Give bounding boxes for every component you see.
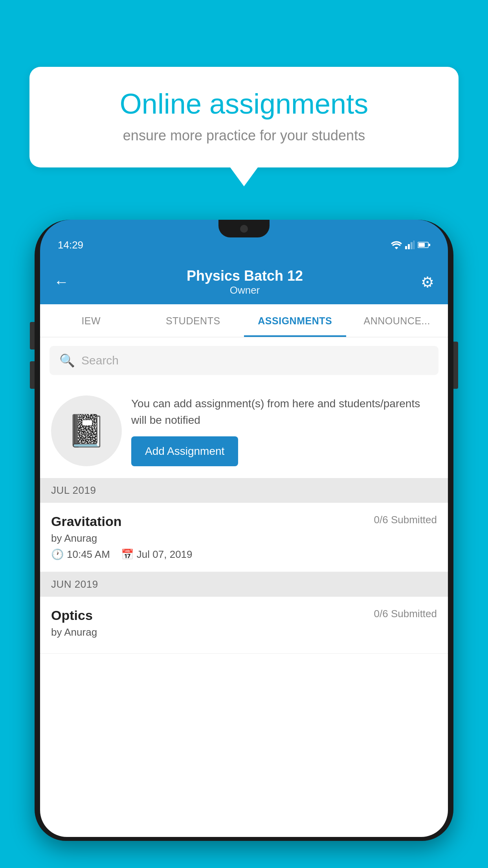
- battery-icon: [418, 241, 430, 248]
- assignment-meta: 🕐 10:45 AM 📅 Jul 07, 2019: [51, 548, 437, 561]
- power-button: [453, 342, 458, 389]
- tab-assignments[interactable]: ASSIGNMENTS: [244, 304, 346, 337]
- assignment-by: by Anurag: [51, 532, 437, 544]
- assignment-submitted-optics: 0/6 Submitted: [374, 608, 437, 620]
- svg-rect-0: [405, 246, 407, 249]
- clock-icon: 🕐: [51, 548, 64, 561]
- search-icon: 🔍: [59, 353, 75, 368]
- status-time: 14:29: [58, 236, 83, 251]
- tab-students[interactable]: STUDENTS: [142, 304, 244, 337]
- assignment-by-optics: by Anurag: [51, 626, 437, 638]
- speech-bubble-title: Online assignments: [53, 88, 435, 120]
- tabs-container: IEW STUDENTS ASSIGNMENTS ANNOUNCE...: [40, 304, 448, 337]
- volume-down-button: [30, 361, 35, 389]
- settings-icon[interactable]: ⚙: [421, 274, 434, 291]
- assignment-row-top-optics: Optics 0/6 Submitted: [51, 608, 437, 623]
- search-bar[interactable]: 🔍 Search: [50, 346, 438, 375]
- batch-role: Owner: [187, 284, 303, 296]
- assignment-item-gravitation[interactable]: Gravitation 0/6 Submitted by Anurag 🕐 10…: [40, 503, 448, 572]
- assignment-date: Jul 07, 2019: [137, 548, 193, 561]
- section-header-jul: JUL 2019: [40, 478, 448, 503]
- section-header-jun: JUN 2019: [40, 572, 448, 597]
- app-header: ← Physics Batch 12 Owner ⚙: [40, 259, 448, 304]
- assignment-submitted: 0/6 Submitted: [374, 514, 437, 526]
- search-container: 🔍 Search: [40, 337, 448, 384]
- add-assignment-button[interactable]: Add Assignment: [131, 436, 238, 466]
- svg-rect-2: [411, 242, 413, 249]
- speech-bubble-container: Online assignments ensure more practice …: [29, 67, 459, 167]
- assignment-icon-circle: 📓: [51, 395, 122, 466]
- status-bar: 14:29: [40, 220, 448, 259]
- svg-rect-5: [418, 243, 425, 247]
- meta-time: 🕐 10:45 AM: [51, 548, 110, 561]
- phone-outer: 14:29: [35, 220, 453, 841]
- assignment-name-optics: Optics: [51, 608, 93, 623]
- phone-container: 14:29: [35, 214, 453, 868]
- back-button[interactable]: ←: [54, 274, 69, 291]
- search-placeholder: Search: [81, 354, 119, 367]
- assignment-row-top: Gravitation 0/6 Submitted: [51, 514, 437, 529]
- svg-rect-6: [429, 244, 430, 246]
- status-icons: [391, 237, 430, 249]
- tab-announcements[interactable]: ANNOUNCE...: [346, 304, 448, 337]
- camera: [240, 225, 248, 233]
- promo-content: You can add assignment(s) from here and …: [131, 395, 437, 466]
- speech-bubble: Online assignments ensure more practice …: [29, 67, 459, 167]
- batch-title: Physics Batch 12: [187, 268, 303, 284]
- promo-text: You can add assignment(s) from here and …: [131, 395, 437, 428]
- speech-bubble-subtitle: ensure more practice for your students: [53, 127, 435, 144]
- tab-iew[interactable]: IEW: [40, 304, 142, 337]
- calendar-icon: 📅: [121, 548, 134, 561]
- wifi-icon: [391, 241, 402, 249]
- svg-rect-1: [408, 244, 410, 249]
- assignment-name: Gravitation: [51, 514, 121, 529]
- assignment-item-optics[interactable]: Optics 0/6 Submitted by Anurag: [40, 597, 448, 654]
- meta-date: 📅 Jul 07, 2019: [121, 548, 193, 561]
- notebook-icon: 📓: [67, 412, 106, 449]
- volume-up-button: [30, 322, 35, 349]
- header-title-group: Physics Batch 12 Owner: [187, 268, 303, 296]
- notch: [218, 220, 270, 237]
- promo-block: 📓 You can add assignment(s) from here an…: [40, 384, 448, 478]
- signal-icon: [405, 241, 415, 249]
- assignment-time: 10:45 AM: [67, 548, 110, 561]
- phone-screen: ← Physics Batch 12 Owner ⚙ IEW STUDENTS …: [40, 259, 448, 837]
- svg-rect-3: [413, 241, 415, 249]
